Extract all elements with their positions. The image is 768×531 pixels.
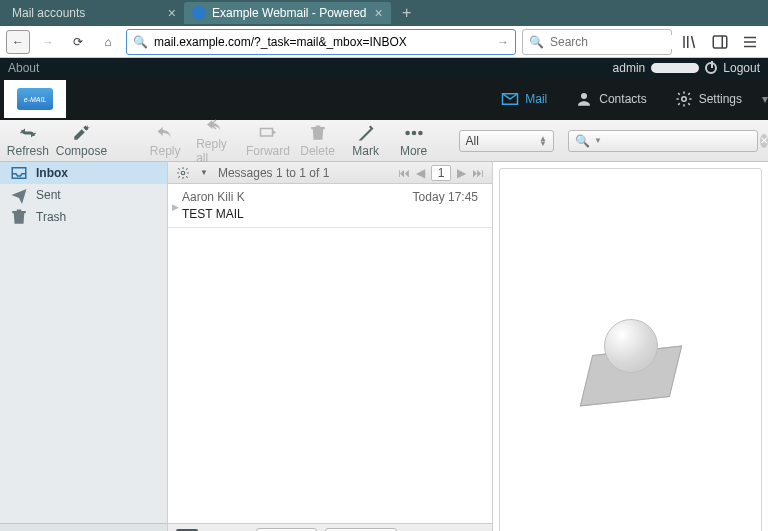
about-link[interactable]: About	[8, 61, 39, 75]
url-input[interactable]	[154, 35, 491, 49]
browser-search[interactable]: 🔍	[522, 29, 672, 55]
svg-point-6	[418, 130, 423, 135]
favicon-icon	[192, 6, 206, 20]
tab-title: Example Webmail - Powered	[212, 6, 367, 20]
nav-contacts[interactable]: Contacts	[561, 78, 660, 120]
svg-point-4	[405, 130, 410, 135]
expand-icon[interactable]: ▶	[172, 202, 179, 212]
mark-button[interactable]: Mark	[349, 124, 383, 158]
nav-settings[interactable]: Settings	[661, 78, 756, 120]
mail-toolbar: Refresh + Compose Reply Reply all Forwar…	[0, 120, 768, 162]
tab-title: Mail accounts	[12, 6, 160, 20]
back-button[interactable]: ←	[6, 30, 30, 54]
close-icon[interactable]: ×	[168, 5, 176, 21]
mail-body: Inbox Sent Trash ▼ ▼ Messages 1 to 1 of …	[0, 162, 768, 531]
preview-pane	[499, 168, 762, 531]
username-blur	[651, 63, 699, 73]
mail-search-input[interactable]	[606, 134, 756, 148]
svg-point-2	[681, 97, 686, 102]
username-label: admin	[613, 61, 646, 75]
folder-sidebar: Inbox Sent Trash ▼	[0, 162, 168, 531]
pager: ⏮ ◀ 1 ▶ ⏭	[398, 165, 484, 181]
url-bar[interactable]: 🔍 →	[126, 29, 516, 55]
svg-point-5	[411, 130, 416, 135]
next-page-icon: ▶	[457, 166, 466, 180]
select-dropdown[interactable]: Select ▲▼	[256, 528, 317, 532]
logo[interactable]: e-MAIL	[4, 80, 66, 118]
message-row[interactable]: ▶ Aaron Kili K Today 17:45 TEST MAIL	[168, 184, 492, 228]
folder-inbox[interactable]: Inbox	[0, 162, 167, 184]
message-list-footer: Select ▲▼ Threads ▲▼	[168, 523, 492, 531]
first-page-icon: ⏮	[398, 166, 410, 180]
chevron-updown-icon: ▲▼	[539, 136, 547, 146]
forward-button[interactable]: →	[36, 30, 60, 54]
forward-button: Forward	[249, 124, 286, 158]
prev-page-icon: ◀	[416, 166, 425, 180]
app-header: e-MAIL Mail Contacts Settings ▾	[0, 78, 768, 120]
threads-dropdown[interactable]: Threads ▲▼	[325, 528, 397, 532]
nav-mail[interactable]: Mail	[487, 78, 561, 120]
filter-dropdown[interactable]: All ▲▼	[459, 130, 554, 152]
home-button[interactable]: ⌂	[96, 30, 120, 54]
svg-point-8	[181, 171, 185, 175]
folder-trash[interactable]: Trash	[0, 206, 167, 228]
message-time: Today 17:45	[413, 190, 478, 204]
browser-toolbar: ← → ⟳ ⌂ 🔍 → 🔍	[0, 26, 768, 58]
menu-icon[interactable]	[738, 30, 762, 54]
empty-preview-icon	[576, 311, 686, 411]
folder-sent[interactable]: Sent	[0, 184, 167, 206]
logout-link[interactable]: Logout	[723, 61, 760, 75]
gear-icon[interactable]	[176, 166, 190, 180]
app-menubar: About admin Logout	[0, 58, 768, 78]
nav-label: Mail	[525, 92, 547, 106]
svg-text:+: +	[85, 124, 90, 133]
message-count-label: Messages 1 to 1 of 1	[218, 166, 329, 180]
chevron-down-icon[interactable]: ▼	[200, 168, 208, 177]
message-from: Aaron Kili K	[182, 190, 245, 204]
close-icon[interactable]: ×	[375, 5, 383, 21]
reply-button: Reply	[148, 124, 182, 158]
nav-label: Settings	[699, 92, 742, 106]
search-icon: 🔍	[529, 35, 544, 49]
refresh-button[interactable]: Refresh	[10, 124, 46, 158]
chevron-down-icon[interactable]: ▾	[756, 92, 768, 106]
new-tab-button[interactable]: +	[395, 1, 419, 25]
mail-search[interactable]: 🔍 ▼ ✕	[568, 130, 758, 152]
sidebar-footer: ▼	[0, 523, 167, 531]
browser-tab-strip: Mail accounts × Example Webmail - Powere…	[0, 0, 768, 26]
sidebar-icon[interactable]	[708, 30, 732, 54]
search-icon: 🔍	[133, 35, 148, 49]
browser-tab[interactable]: Mail accounts ×	[4, 2, 184, 24]
clear-icon[interactable]: ✕	[760, 134, 768, 148]
delete-button: Delete	[301, 124, 335, 158]
message-list-pane: ▼ Messages 1 to 1 of 1 ⏮ ◀ 1 ▶ ⏭ ▶ Aaron…	[168, 162, 493, 531]
page-number[interactable]: 1	[431, 165, 451, 181]
library-icon[interactable]	[678, 30, 702, 54]
compose-button[interactable]: + Compose	[60, 124, 104, 158]
nav-label: Contacts	[599, 92, 646, 106]
reply-all-button: Reply all	[196, 117, 235, 165]
svg-point-1	[581, 93, 587, 99]
reload-button[interactable]: ⟳	[66, 30, 90, 54]
more-button[interactable]: More	[397, 124, 431, 158]
message-list-header: ▼ Messages 1 to 1 of 1 ⏮ ◀ 1 ▶ ⏭	[168, 162, 492, 184]
svg-rect-0	[713, 36, 727, 48]
go-icon[interactable]: →	[497, 35, 509, 49]
last-page-icon: ⏭	[472, 166, 484, 180]
chevron-down-icon[interactable]: ▼	[594, 136, 602, 145]
browser-tab-active[interactable]: Example Webmail - Powered ×	[184, 2, 391, 24]
message-subject: TEST MAIL	[182, 207, 478, 221]
search-icon: 🔍	[575, 134, 590, 148]
power-icon	[705, 62, 717, 74]
